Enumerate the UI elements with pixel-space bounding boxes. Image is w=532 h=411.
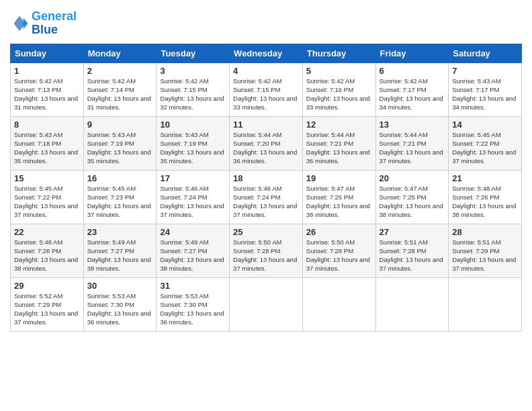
day-number: 15 [14, 173, 80, 183]
calendar-cell: 3Sunrise: 5:42 AMSunset: 7:15 PMDaylight… [157, 62, 230, 116]
calendar-cell: 18Sunrise: 5:46 AMSunset: 7:24 PMDayligh… [230, 170, 303, 224]
day-info: Sunrise: 5:48 AMSunset: 7:26 PMDaylight:… [14, 238, 80, 273]
calendar-cell: 13Sunrise: 5:44 AMSunset: 7:21 PMDayligh… [375, 116, 449, 170]
col-header-saturday: Saturday [449, 44, 522, 62]
day-info: Sunrise: 5:47 AMSunset: 7:25 PMDaylight:… [380, 184, 445, 220]
calendar-cell [302, 277, 375, 331]
day-number: 9 [87, 120, 153, 130]
day-info: Sunrise: 5:42 AMSunset: 7:15 PMDaylight:… [160, 77, 226, 112]
calendar-cell: 22Sunrise: 5:48 AMSunset: 7:26 PMDayligh… [11, 224, 84, 277]
day-info: Sunrise: 5:51 AMSunset: 7:28 PMDaylight:… [380, 238, 445, 273]
day-number: 24 [160, 227, 226, 237]
day-info: Sunrise: 5:48 AMSunset: 7:26 PMDaylight:… [452, 184, 518, 220]
day-number: 8 [14, 120, 80, 130]
calendar-cell: 23Sunrise: 5:49 AMSunset: 7:27 PMDayligh… [83, 224, 157, 277]
calendar-week-2: 8Sunrise: 5:43 AMSunset: 7:18 PMDaylight… [11, 116, 522, 170]
page-header: General Blue [10, 10, 522, 37]
day-number: 26 [306, 227, 372, 237]
day-number: 10 [160, 120, 226, 130]
logo: General Blue [10, 10, 77, 37]
calendar-cell [449, 277, 522, 331]
day-info: Sunrise: 5:42 AMSunset: 7:14 PMDaylight:… [87, 77, 153, 112]
day-info: Sunrise: 5:47 AMSunset: 7:25 PMDaylight:… [306, 184, 372, 220]
col-header-wednesday: Wednesday [230, 44, 303, 62]
col-header-tuesday: Tuesday [157, 44, 230, 62]
day-info: Sunrise: 5:53 AMSunset: 7:30 PMDaylight:… [87, 291, 153, 327]
day-info: Sunrise: 5:44 AMSunset: 7:21 PMDaylight:… [306, 130, 372, 166]
calendar-cell [230, 277, 303, 331]
day-number: 19 [306, 173, 372, 183]
calendar-cell: 1Sunrise: 5:42 AMSunset: 7:13 PMDaylight… [11, 62, 84, 116]
day-info: Sunrise: 5:44 AMSunset: 7:21 PMDaylight:… [380, 130, 445, 166]
day-number: 6 [380, 66, 445, 76]
calendar-cell: 11Sunrise: 5:44 AMSunset: 7:20 PMDayligh… [230, 116, 303, 170]
calendar-cell: 5Sunrise: 5:42 AMSunset: 7:16 PMDaylight… [302, 62, 375, 116]
day-info: Sunrise: 5:45 AMSunset: 7:23 PMDaylight:… [87, 184, 153, 220]
calendar-cell: 25Sunrise: 5:50 AMSunset: 7:28 PMDayligh… [230, 224, 303, 277]
calendar-cell: 8Sunrise: 5:43 AMSunset: 7:18 PMDaylight… [11, 116, 84, 170]
day-number: 13 [380, 120, 445, 130]
day-number: 22 [14, 227, 80, 237]
day-info: Sunrise: 5:42 AMSunset: 7:15 PMDaylight:… [233, 77, 299, 112]
day-info: Sunrise: 5:45 AMSunset: 7:22 PMDaylight:… [452, 130, 518, 166]
calendar-cell: 4Sunrise: 5:42 AMSunset: 7:15 PMDaylight… [230, 62, 303, 116]
calendar-cell [375, 277, 449, 331]
calendar-week-5: 29Sunrise: 5:52 AMSunset: 7:29 PMDayligh… [11, 277, 522, 331]
day-info: Sunrise: 5:50 AMSunset: 7:28 PMDaylight:… [233, 238, 299, 273]
day-info: Sunrise: 5:46 AMSunset: 7:24 PMDaylight:… [160, 184, 226, 220]
day-number: 2 [87, 66, 153, 76]
calendar-cell: 6Sunrise: 5:42 AMSunset: 7:17 PMDaylight… [375, 62, 449, 116]
day-info: Sunrise: 5:50 AMSunset: 7:28 PMDaylight:… [306, 238, 372, 273]
day-info: Sunrise: 5:43 AMSunset: 7:19 PMDaylight:… [87, 130, 153, 166]
day-number: 7 [452, 66, 518, 76]
calendar-cell: 10Sunrise: 5:43 AMSunset: 7:19 PMDayligh… [157, 116, 230, 170]
calendar-cell: 20Sunrise: 5:47 AMSunset: 7:25 PMDayligh… [375, 170, 449, 224]
day-info: Sunrise: 5:42 AMSunset: 7:16 PMDaylight:… [306, 77, 372, 112]
day-number: 3 [160, 66, 226, 76]
day-info: Sunrise: 5:49 AMSunset: 7:27 PMDaylight:… [87, 238, 153, 273]
day-number: 23 [87, 227, 153, 237]
day-number: 1 [14, 66, 80, 76]
calendar-table: SundayMondayTuesdayWednesdayThursdayFrid… [10, 44, 522, 332]
col-header-friday: Friday [375, 44, 449, 62]
day-number: 28 [452, 227, 518, 237]
calendar-cell: 31Sunrise: 5:53 AMSunset: 7:30 PMDayligh… [157, 277, 230, 331]
day-number: 31 [160, 281, 226, 291]
day-number: 11 [233, 120, 299, 130]
calendar-week-4: 22Sunrise: 5:48 AMSunset: 7:26 PMDayligh… [11, 224, 522, 277]
day-number: 20 [380, 173, 445, 183]
calendar-cell: 29Sunrise: 5:52 AMSunset: 7:29 PMDayligh… [11, 277, 84, 331]
day-number: 18 [233, 173, 299, 183]
col-header-sunday: Sunday [11, 44, 84, 62]
calendar-cell: 24Sunrise: 5:49 AMSunset: 7:27 PMDayligh… [157, 224, 230, 277]
day-info: Sunrise: 5:43 AMSunset: 7:19 PMDaylight:… [160, 130, 226, 166]
calendar-week-1: 1Sunrise: 5:42 AMSunset: 7:13 PMDaylight… [11, 62, 522, 116]
calendar-cell: 30Sunrise: 5:53 AMSunset: 7:30 PMDayligh… [83, 277, 157, 331]
logo-text: General Blue [32, 10, 77, 37]
header-row: SundayMondayTuesdayWednesdayThursdayFrid… [11, 44, 522, 62]
day-number: 30 [87, 281, 153, 291]
day-info: Sunrise: 5:45 AMSunset: 7:22 PMDaylight:… [14, 184, 80, 220]
day-number: 17 [160, 173, 226, 183]
calendar-cell: 2Sunrise: 5:42 AMSunset: 7:14 PMDaylight… [83, 62, 157, 116]
calendar-cell: 9Sunrise: 5:43 AMSunset: 7:19 PMDaylight… [83, 116, 157, 170]
day-number: 12 [306, 120, 372, 130]
logo-icon [10, 14, 29, 33]
calendar-week-3: 15Sunrise: 5:45 AMSunset: 7:22 PMDayligh… [11, 170, 522, 224]
day-info: Sunrise: 5:42 AMSunset: 7:17 PMDaylight:… [380, 77, 445, 112]
day-info: Sunrise: 5:52 AMSunset: 7:29 PMDaylight:… [14, 291, 80, 327]
calendar-cell: 26Sunrise: 5:50 AMSunset: 7:28 PMDayligh… [302, 224, 375, 277]
col-header-monday: Monday [83, 44, 157, 62]
calendar-cell: 21Sunrise: 5:48 AMSunset: 7:26 PMDayligh… [449, 170, 522, 224]
day-number: 27 [380, 227, 445, 237]
calendar-cell: 19Sunrise: 5:47 AMSunset: 7:25 PMDayligh… [302, 170, 375, 224]
day-number: 25 [233, 227, 299, 237]
day-info: Sunrise: 5:51 AMSunset: 7:29 PMDaylight:… [452, 238, 518, 273]
day-info: Sunrise: 5:49 AMSunset: 7:27 PMDaylight:… [160, 238, 226, 273]
calendar-cell: 16Sunrise: 5:45 AMSunset: 7:23 PMDayligh… [83, 170, 157, 224]
day-info: Sunrise: 5:44 AMSunset: 7:20 PMDaylight:… [233, 130, 299, 166]
day-number: 29 [14, 281, 80, 291]
calendar-cell: 28Sunrise: 5:51 AMSunset: 7:29 PMDayligh… [449, 224, 522, 277]
calendar-cell: 14Sunrise: 5:45 AMSunset: 7:22 PMDayligh… [449, 116, 522, 170]
day-info: Sunrise: 5:53 AMSunset: 7:30 PMDaylight:… [160, 291, 226, 327]
